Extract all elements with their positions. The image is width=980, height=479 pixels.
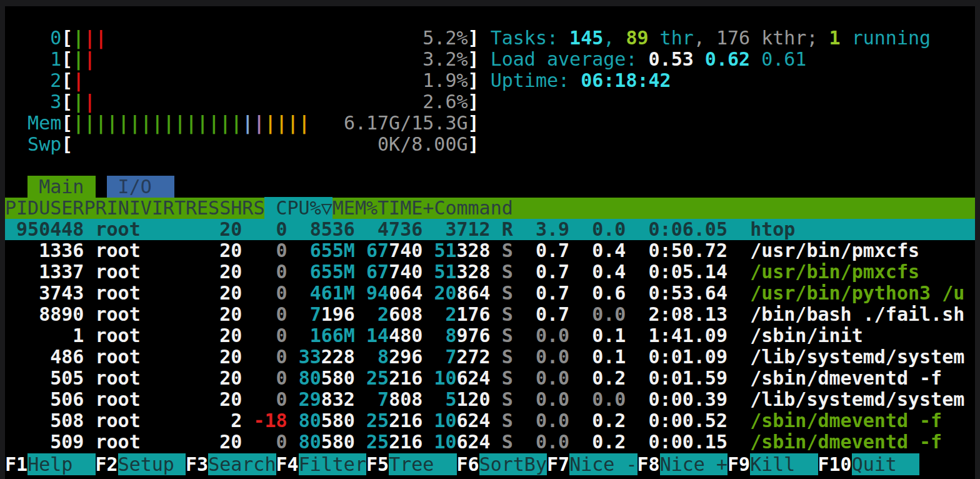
process-row[interactable]: 1336 root 20 0 655M 67740 51328 S 0.7 0.… (5, 240, 975, 261)
fkey-number: F7 (547, 453, 569, 475)
column-header-user[interactable]: USER (39, 197, 84, 219)
meter-cpu-1[interactable]: 1[|| 3.2%] Load average: 0.53 0.62 0.61 (5, 49, 975, 70)
load-segment: 0.62 (705, 48, 750, 70)
fkey-quit[interactable]: F10Quit (818, 453, 920, 475)
meter-cpu-0[interactable]: 0[||| 5.2%] Tasks: 145, 89 thr, 176 kthr… (5, 28, 975, 49)
cell-separator (728, 218, 750, 240)
column-header-s[interactable]: S (253, 197, 264, 219)
cell-mem: 0.0 (581, 218, 626, 240)
process-row[interactable]: 509 root 20 0 80580 25216 10624 S 0.0 0.… (5, 431, 975, 453)
cell-separator (422, 388, 434, 410)
cell-separator (626, 303, 637, 325)
cell-ni: 0 (253, 431, 287, 453)
cell-user: root (96, 431, 198, 453)
cell-s: S (502, 239, 513, 261)
column-header-virt[interactable]: VIRT (141, 197, 186, 219)
cell-time: 2:08.13 (638, 303, 728, 325)
meter-cpu-2[interactable]: 2[| 1.9%] Uptime: 06:18:42 (5, 70, 975, 91)
fkey-label: Tree (389, 453, 456, 475)
process-row[interactable]: 950448 root 20 0 8536 4736 3712 R 3.9 0.… (5, 219, 975, 240)
cell-virt-hi: 655M (310, 261, 355, 283)
gap (479, 48, 491, 70)
tab-main[interactable]: Main (28, 176, 95, 198)
cell-res: 740 (389, 239, 422, 261)
cell-pid: 509 (5, 431, 84, 453)
cell-user: root (96, 367, 198, 389)
cell-separator (84, 367, 95, 389)
table-header-row: PIDUSERPRINIVIRTRESSHRS CPU%▽MEM%TIME+Co… (5, 198, 975, 219)
cell-separator (491, 367, 502, 389)
cell-separator (422, 346, 434, 368)
cell-pri: 20 (208, 388, 242, 410)
fkey-nice-[interactable]: F8Nice + (638, 453, 728, 475)
cell-shr: 176 (457, 303, 491, 325)
fkey-setup[interactable]: F2Setup (96, 453, 186, 475)
meter-bar-g: | (72, 112, 84, 134)
cell-res-hi: 25 (366, 431, 389, 453)
fkey-number: F4 (276, 453, 299, 475)
cell-virt-hi: 80 (299, 410, 321, 431)
column-header-time[interactable]: TIME+ (378, 197, 434, 219)
process-row[interactable]: 506 root 20 0 29832 7808 5120 S 0.0 0.0 … (5, 389, 975, 410)
uptime-segment: Uptime: (491, 69, 581, 91)
column-header-res[interactable]: RES (186, 197, 219, 219)
cell-pid: 506 (5, 388, 84, 410)
cell-separator (355, 261, 366, 283)
fkey-filter[interactable]: F4Filter (276, 453, 367, 475)
cell-mem: 0.0 (581, 388, 626, 410)
cell-separator (84, 325, 95, 346)
cell-pid: 508 (5, 410, 84, 431)
cell-separator (728, 410, 750, 431)
cell-separator (84, 388, 95, 410)
meter-bar-y: | (299, 112, 310, 134)
cell-time: 0:00.15 (638, 431, 728, 453)
tabs-indent (5, 176, 28, 198)
meter-swap[interactable]: Swp[ 0K/8.00G] (5, 134, 975, 155)
cell-pad (299, 303, 310, 325)
column-header-cpu[interactable]: CPU%▽ (264, 197, 332, 219)
meter-label: 1 (5, 48, 61, 70)
process-row[interactable]: 1 root 20 0 166M 14480 8976 S 0.0 0.1 1:… (5, 325, 975, 346)
process-row[interactable]: 508 root 2 -18 80580 25216 10624 S 0.0 0… (5, 410, 975, 431)
fkey-label: Search (208, 453, 276, 475)
cell-user: root (96, 303, 198, 325)
column-header-mem[interactable]: MEM% (332, 197, 378, 219)
fkey-sortby[interactable]: F6SortBy (457, 453, 548, 475)
fkey-help[interactable]: F1Help (5, 453, 96, 475)
process-row[interactable]: 8890 root 20 0 7196 2608 2176 S 0.7 0.0 … (5, 304, 975, 325)
fkey-label: SortBy (479, 453, 547, 475)
column-header-pri[interactable]: PRI (84, 197, 118, 219)
cell-res: 740 (389, 261, 422, 283)
cell-pri: 20 (208, 239, 242, 261)
cell-pid: 486 (5, 346, 84, 368)
fkey-nice-[interactable]: F7Nice - (547, 453, 638, 475)
column-header-command[interactable]: Command (434, 197, 512, 219)
process-row[interactable]: 3743 root 20 0 461M 94064 20864 S 0.7 0.… (5, 283, 975, 304)
cell-time: 0:05.14 (638, 261, 728, 283)
column-header-ni[interactable]: NI (118, 197, 141, 219)
tab-i-o[interactable]: I/O (107, 176, 174, 198)
column-header-shr[interactable]: SHR (219, 197, 253, 219)
cell-separator (422, 367, 434, 389)
process-row[interactable]: 1337 root 20 0 655M 67740 51328 S 0.7 0.… (5, 261, 975, 283)
fkey-kill[interactable]: F9Kill (728, 453, 818, 475)
meter-cpu-3[interactable]: 3[|| 2.6%] (5, 91, 975, 113)
process-table: 950448 root 20 0 8536 4736 3712 R 3.9 0.… (5, 219, 975, 453)
cell-separator (84, 431, 95, 453)
process-row[interactable]: 505 root 20 0 80580 25216 10624 S 0.0 0.… (5, 368, 975, 389)
cell-separator (242, 239, 253, 261)
cell-s: S (502, 431, 513, 453)
meter-memory[interactable]: Mem[||||||||||||||||||||| 6.17G/15.3G] (5, 113, 975, 134)
cell-separator (422, 218, 434, 240)
cell-separator (491, 431, 502, 453)
column-header-pid[interactable]: PID (5, 197, 39, 219)
cell-separator (355, 239, 366, 261)
process-row[interactable]: 486 root 20 0 33228 8296 7272 S 0.0 0.1 … (5, 346, 975, 368)
cell-separator (569, 239, 581, 261)
meter-bar-r: | (72, 69, 84, 91)
fkey-label: Setup (118, 453, 186, 475)
meter-close-bracket: ] (468, 112, 479, 134)
fkey-tree[interactable]: F5Tree (366, 453, 457, 475)
cell-shr-hi: 10 (434, 410, 456, 431)
fkey-search[interactable]: F3Search (186, 453, 276, 475)
